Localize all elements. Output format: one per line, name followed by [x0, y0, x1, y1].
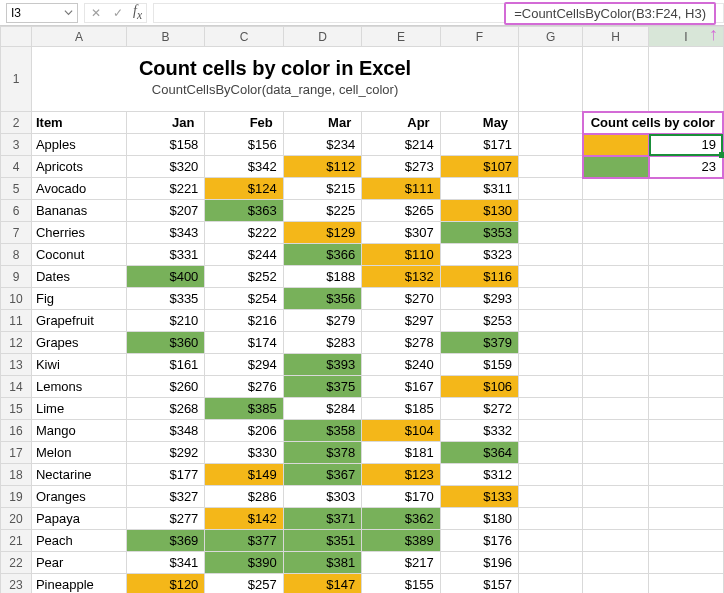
name-box[interactable]: I3 [6, 3, 78, 23]
cell-D13[interactable]: $393 [283, 354, 361, 376]
cell-I16[interactable] [649, 420, 723, 442]
cell-G1[interactable] [519, 47, 583, 112]
cell-G7[interactable] [519, 222, 583, 244]
cell-E19[interactable]: $170 [362, 486, 440, 508]
cell-H21[interactable] [583, 530, 649, 552]
row-header-4[interactable]: 4 [1, 156, 32, 178]
cell-E12[interactable]: $278 [362, 332, 440, 354]
cell-F4[interactable]: $107 [440, 156, 518, 178]
item-4[interactable]: Apricots [31, 156, 126, 178]
cell-C3[interactable]: $156 [205, 134, 283, 156]
cell-I23[interactable] [649, 574, 723, 594]
row-header-20[interactable]: 20 [1, 508, 32, 530]
cell-E18[interactable]: $123 [362, 464, 440, 486]
cell-E16[interactable]: $104 [362, 420, 440, 442]
cell-G5[interactable] [519, 178, 583, 200]
cell-G13[interactable] [519, 354, 583, 376]
row-header-2[interactable]: 2 [1, 112, 32, 134]
cell-C10[interactable]: $254 [205, 288, 283, 310]
cell-I12[interactable] [649, 332, 723, 354]
cell-H22[interactable] [583, 552, 649, 574]
cell-I7[interactable] [649, 222, 723, 244]
item-16[interactable]: Mango [31, 420, 126, 442]
col-header-C[interactable]: C [205, 27, 283, 47]
count-swatch-green[interactable] [583, 156, 649, 178]
cell-C8[interactable]: $244 [205, 244, 283, 266]
cell-E3[interactable]: $214 [362, 134, 440, 156]
cell-B18[interactable]: $177 [126, 464, 204, 486]
cell-H7[interactable] [583, 222, 649, 244]
cell-H18[interactable] [583, 464, 649, 486]
cell-G9[interactable] [519, 266, 583, 288]
row-header-1[interactable]: 1 [1, 47, 32, 112]
cell-C4[interactable]: $342 [205, 156, 283, 178]
cell-I11[interactable] [649, 310, 723, 332]
cell-G8[interactable] [519, 244, 583, 266]
enter-button[interactable]: ✓ [107, 4, 129, 22]
spreadsheet-grid[interactable]: A B C D E F G H I 1Count cells by color … [0, 26, 724, 593]
cell-E14[interactable]: $167 [362, 376, 440, 398]
cell-I17[interactable] [649, 442, 723, 464]
cell-F13[interactable]: $159 [440, 354, 518, 376]
cell-C14[interactable]: $276 [205, 376, 283, 398]
cell-H13[interactable] [583, 354, 649, 376]
cell-D17[interactable]: $378 [283, 442, 361, 464]
cell-C18[interactable]: $149 [205, 464, 283, 486]
cell-E13[interactable]: $240 [362, 354, 440, 376]
cell-D22[interactable]: $381 [283, 552, 361, 574]
item-15[interactable]: Lime [31, 398, 126, 420]
cell-B22[interactable]: $341 [126, 552, 204, 574]
cell-C22[interactable]: $390 [205, 552, 283, 574]
cell-G16[interactable] [519, 420, 583, 442]
cell-H1[interactable] [583, 47, 649, 112]
cell-G20[interactable] [519, 508, 583, 530]
cell-H9[interactable] [583, 266, 649, 288]
cell-H15[interactable] [583, 398, 649, 420]
cell-F11[interactable]: $253 [440, 310, 518, 332]
cell-D7[interactable]: $129 [283, 222, 361, 244]
item-23[interactable]: Pineapple [31, 574, 126, 594]
cell-H5[interactable] [583, 178, 649, 200]
cell-G12[interactable] [519, 332, 583, 354]
cell-D6[interactable]: $225 [283, 200, 361, 222]
cell-F3[interactable]: $171 [440, 134, 518, 156]
cell-B9[interactable]: $400 [126, 266, 204, 288]
cell-F8[interactable]: $323 [440, 244, 518, 266]
cell-F20[interactable]: $180 [440, 508, 518, 530]
cell-G2[interactable] [519, 112, 583, 134]
cell-I15[interactable] [649, 398, 723, 420]
cell-D4[interactable]: $112 [283, 156, 361, 178]
item-10[interactable]: Fig [31, 288, 126, 310]
cell-G18[interactable] [519, 464, 583, 486]
col-header-A[interactable]: A [31, 27, 126, 47]
row-header-3[interactable]: 3 [1, 134, 32, 156]
cell-C23[interactable]: $257 [205, 574, 283, 594]
cell-E8[interactable]: $110 [362, 244, 440, 266]
cell-B5[interactable]: $221 [126, 178, 204, 200]
col-header-E[interactable]: E [362, 27, 440, 47]
item-9[interactable]: Dates [31, 266, 126, 288]
row-header-11[interactable]: 11 [1, 310, 32, 332]
cell-I13[interactable] [649, 354, 723, 376]
cell-H16[interactable] [583, 420, 649, 442]
cell-C9[interactable]: $252 [205, 266, 283, 288]
cell-B17[interactable]: $292 [126, 442, 204, 464]
row-header-19[interactable]: 19 [1, 486, 32, 508]
cell-G21[interactable] [519, 530, 583, 552]
cell-G22[interactable] [519, 552, 583, 574]
row-header-7[interactable]: 7 [1, 222, 32, 244]
cell-B7[interactable]: $343 [126, 222, 204, 244]
cell-G15[interactable] [519, 398, 583, 420]
cell-D19[interactable]: $303 [283, 486, 361, 508]
cell-H8[interactable] [583, 244, 649, 266]
header-month-3[interactable]: Apr [362, 112, 440, 134]
cell-E7[interactable]: $307 [362, 222, 440, 244]
cell-F9[interactable]: $116 [440, 266, 518, 288]
cell-G6[interactable] [519, 200, 583, 222]
col-header-F[interactable]: F [440, 27, 518, 47]
row-header-23[interactable]: 23 [1, 574, 32, 594]
cell-H14[interactable] [583, 376, 649, 398]
row-header-6[interactable]: 6 [1, 200, 32, 222]
cell-D21[interactable]: $351 [283, 530, 361, 552]
cell-E23[interactable]: $155 [362, 574, 440, 594]
